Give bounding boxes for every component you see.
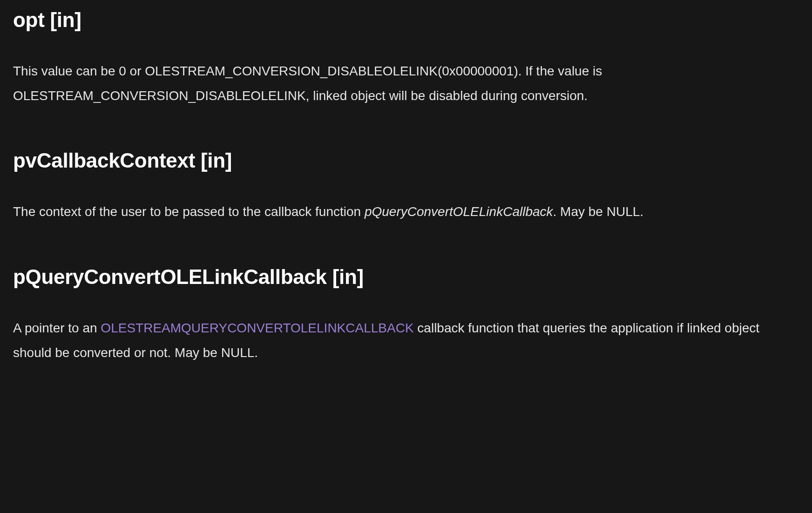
description-text-prefix: A pointer to an <box>13 321 101 335</box>
parameter-description-opt: This value can be 0 or OLESTREAM_CONVERS… <box>13 59 799 108</box>
parameter-heading-pvcallbackcontext: pvCallbackContext [in] <box>13 145 799 176</box>
parameter-heading-pqueryconvertolelinkcallback: pQueryConvertOLELinkCallback [in] <box>13 262 799 292</box>
description-text-prefix: The context of the user to be passed to … <box>13 204 365 219</box>
parameter-heading-opt: opt [in] <box>13 5 799 35</box>
callback-link[interactable]: OLESTREAMQUERYCONVERTOLELINKCALLBACK <box>101 321 413 335</box>
description-emphasis: pQueryConvertOLELinkCallback <box>365 204 553 219</box>
parameter-description-pqueryconvertolelinkcallback: A pointer to an OLESTREAMQUERYCONVERTOLE… <box>13 316 799 365</box>
description-text-suffix: . May be NULL. <box>553 204 644 219</box>
parameter-description-pvcallbackcontext: The context of the user to be passed to … <box>13 199 799 224</box>
